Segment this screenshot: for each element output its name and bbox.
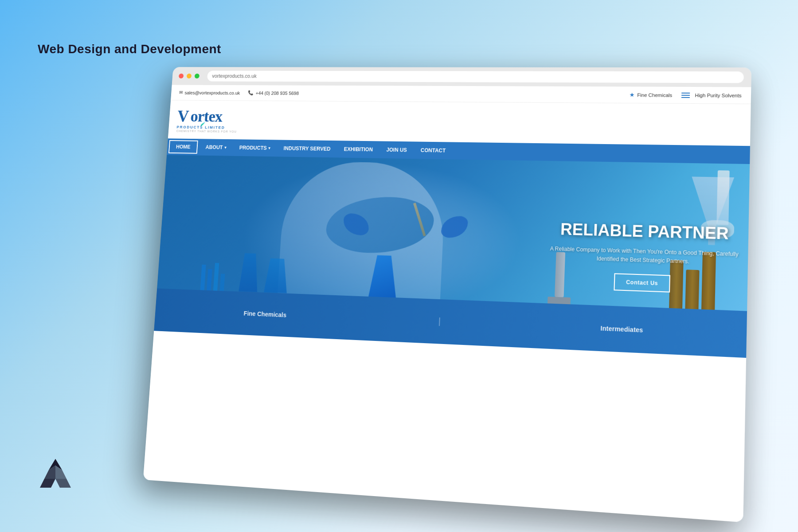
hero-subtitle: A Reliable Company to Work with Then You… bbox=[550, 245, 739, 268]
nav-industry[interactable]: INDUSTRY SERVED bbox=[277, 140, 338, 157]
nav-home[interactable]: HOME bbox=[168, 140, 198, 154]
nav-exhibition[interactable]: EXHIBITION bbox=[336, 141, 380, 158]
site-header: V ortex 🧪 PRODUCTS LIMITED CHEMISTRY THA… bbox=[168, 100, 751, 145]
logo-area[interactable]: V ortex 🧪 PRODUCTS LIMITED CHEMISTRY THA… bbox=[176, 106, 239, 133]
envelope-icon: ✉ bbox=[179, 90, 183, 95]
nav-join-label: JOIN US bbox=[386, 147, 407, 153]
nav-about[interactable]: ABOUT ▾ bbox=[199, 139, 233, 156]
fine-chemicals-text: Fine Chemicals bbox=[637, 92, 672, 98]
hero-text-block: RELIABLE PARTNER A Reliable Company to W… bbox=[548, 220, 739, 295]
svg-marker-1 bbox=[44, 466, 55, 479]
nav-about-chevron: ▾ bbox=[224, 145, 227, 149]
minimize-dot bbox=[187, 74, 192, 78]
nav-exhibition-label: EXHIBITION bbox=[344, 146, 373, 152]
nav-products-label: PRODUCTS bbox=[239, 145, 267, 151]
hero-title: RELIABLE PARTNER bbox=[551, 220, 739, 243]
contact-us-button[interactable]: Contact Us bbox=[614, 273, 670, 292]
nav-join-us[interactable]: JOIN US bbox=[379, 141, 414, 159]
phone-item: 📞 +44 (0) 208 935 5698 bbox=[248, 90, 299, 96]
top-bar-left: ✉ sales@vortexproducts.co.uk 📞 +44 (0) 2… bbox=[179, 90, 299, 96]
browser-window: vortexproducts.co.uk ✉ sales@vortexprodu… bbox=[143, 67, 751, 522]
svg-marker-3 bbox=[40, 479, 55, 488]
teaser-fine-chemicals: Fine Chemicals bbox=[243, 309, 286, 318]
logo-v: V bbox=[177, 106, 190, 125]
fine-chemicals-item[interactable]: ★ Fine Chemicals bbox=[629, 91, 672, 98]
phone-text: +44 (0) 208 935 5698 bbox=[256, 90, 299, 96]
page-bg-label: Web Design and Development bbox=[38, 42, 221, 56]
hero-subtitle-line1: A Reliable Company to Work with Then You… bbox=[550, 246, 738, 258]
logo-tagline: CHEMISTRY THAT WORKS FOR YOU bbox=[176, 129, 237, 133]
logo-mark-icon bbox=[38, 457, 73, 492]
nav-industry-label: INDUSTRY SERVED bbox=[283, 145, 331, 152]
teaser-intermediates: Intermediates bbox=[600, 325, 643, 334]
browser-chrome: vortexproducts.co.uk bbox=[172, 67, 752, 87]
hero-subtitle-line2: Identified the Best Strategic Partners. bbox=[596, 256, 689, 265]
nav-contact-label: CONTACT bbox=[421, 147, 446, 153]
nav-contact[interactable]: CONTACT bbox=[413, 141, 453, 159]
logo-main: V ortex 🧪 bbox=[177, 106, 239, 126]
nav-products[interactable]: PRODUCTS ▾ bbox=[232, 139, 278, 156]
email-text: sales@vortexproducts.co.uk bbox=[184, 90, 240, 95]
maximize-dot bbox=[195, 74, 200, 78]
teaser-separator: | bbox=[438, 316, 441, 326]
nav-about-label: ABOUT bbox=[205, 144, 223, 150]
nav-products-chevron: ▾ bbox=[268, 146, 270, 150]
close-dot bbox=[179, 74, 184, 78]
phone-icon: 📞 bbox=[248, 90, 254, 95]
high-purity-text: High Purity Solvents bbox=[695, 93, 741, 98]
email-item: ✉ sales@vortexproducts.co.uk bbox=[179, 90, 240, 96]
star-icon: ★ bbox=[629, 91, 635, 98]
menu-lines-icon bbox=[681, 92, 690, 98]
svg-marker-2 bbox=[55, 466, 66, 479]
nav-home-label: HOME bbox=[176, 144, 191, 149]
high-purity-item[interactable]: High Purity Solvents bbox=[681, 92, 742, 98]
top-bar-right: ★ Fine Chemicals High Purity Solvents bbox=[629, 91, 741, 98]
svg-marker-4 bbox=[55, 479, 71, 488]
logo-ortex: ortex 🧪 bbox=[190, 107, 223, 125]
website-content: ✉ sales@vortexproducts.co.uk 📞 +44 (0) 2… bbox=[143, 85, 751, 523]
address-bar[interactable]: vortexproducts.co.uk bbox=[207, 71, 744, 83]
hero-section: RELIABLE PARTNER A Reliable Company to W… bbox=[154, 155, 750, 358]
